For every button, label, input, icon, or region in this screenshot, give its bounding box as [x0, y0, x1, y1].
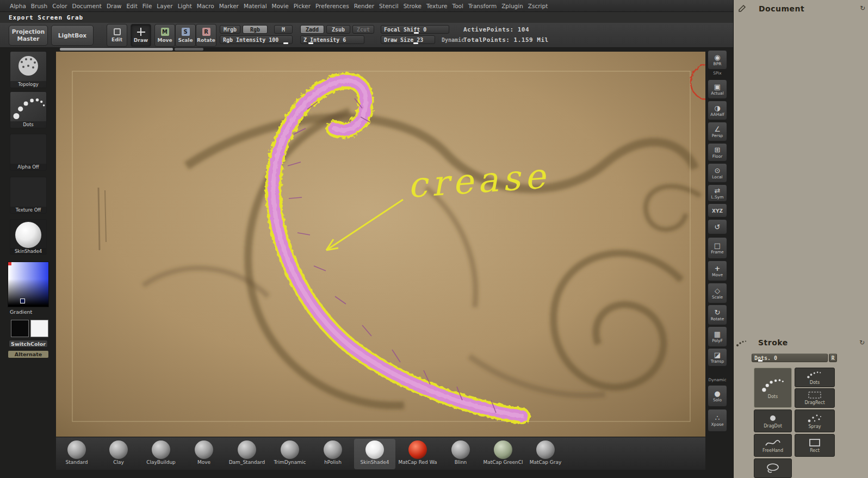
- stroke-type-rect[interactable]: Rect: [795, 434, 835, 457]
- zcut-button[interactable]: Zcut: [352, 25, 374, 34]
- xpose-button[interactable]: ∴ Xpose: [708, 409, 727, 432]
- xyz-button[interactable]: XYZ: [708, 203, 727, 218]
- material-matcap-green[interactable]: MatCap GreenCl: [482, 439, 524, 469]
- bpr-button[interactable]: ◉ BPR: [708, 50, 727, 70]
- stroke-panel-title[interactable]: Stroke: [758, 338, 788, 347]
- transp-button[interactable]: ◪ Transp: [708, 348, 727, 367]
- menu-zscript[interactable]: Zscript: [528, 3, 548, 9]
- lsym-button[interactable]: ⇄ L.Sym: [708, 184, 727, 202]
- material-matcap-gray[interactable]: MatCap Gray: [525, 439, 566, 469]
- main-color-swatch[interactable]: [11, 320, 29, 337]
- menu-stencil[interactable]: Stencil: [379, 3, 399, 9]
- rgb-button[interactable]: Rgb: [243, 25, 268, 34]
- menu-texture[interactable]: Texture: [426, 3, 447, 9]
- material-blinn[interactable]: Blinn: [440, 439, 481, 469]
- draw-size-slider[interactable]: Draw Size 23: [381, 35, 435, 44]
- z-intensity-slider[interactable]: Z Intensity 6: [300, 35, 364, 44]
- rotate-button[interactable]: R Rotate: [196, 24, 216, 47]
- menu-render[interactable]: Render: [354, 3, 374, 9]
- m-button[interactable]: M: [274, 25, 293, 34]
- scale-button[interactable]: S Scale: [175, 24, 196, 47]
- spin-button[interactable]: ↺: [708, 219, 727, 234]
- brush-thumbnail-topology[interactable]: Topology: [10, 51, 47, 88]
- menu-zplugin[interactable]: Zplugin: [501, 3, 523, 9]
- projection-master-button[interactable]: Projection Master: [9, 25, 48, 46]
- brush-clay[interactable]: Clay: [98, 439, 139, 469]
- menu-macro[interactable]: Macro: [197, 3, 214, 9]
- stroke-type-dots[interactable]: Dots: [795, 368, 835, 387]
- menu-edit[interactable]: Edit: [126, 3, 137, 9]
- menu-transform[interactable]: Transform: [468, 3, 497, 9]
- brush-move[interactable]: Move: [183, 439, 225, 469]
- zadd-button[interactable]: Zadd: [300, 25, 324, 34]
- material-matcap-red[interactable]: MatCap Red Wa: [397, 439, 438, 469]
- mrgb-button[interactable]: Mrgb: [220, 25, 240, 34]
- polyframe-button[interactable]: ▦ PolyF: [708, 326, 727, 347]
- menu-preferences[interactable]: Preferences: [315, 3, 349, 9]
- lightbox-button[interactable]: LightBox: [51, 25, 94, 46]
- dynamic-toggle[interactable]: Dynamic: [442, 37, 464, 43]
- brush-claybuildup[interactable]: ClayBuildup: [140, 439, 182, 469]
- persp-button[interactable]: ∠ Persp: [708, 122, 727, 141]
- document-canvas[interactable]: crease: [56, 52, 705, 437]
- frame-button[interactable]: □ Frame: [708, 237, 727, 259]
- edit-button[interactable]: Edit: [107, 24, 127, 47]
- menu-tool[interactable]: Tool: [452, 3, 463, 9]
- stroke-type-dragrect[interactable]: DragRect: [795, 388, 835, 408]
- spix-label[interactable]: SPix: [708, 71, 727, 76]
- gradient-label[interactable]: Gradient: [10, 309, 32, 315]
- document-panel-menu-icon[interactable]: ↻: [860, 5, 865, 11]
- menu-picker[interactable]: Picker: [294, 3, 311, 9]
- brush-dam-standard[interactable]: Dam_Standard: [226, 439, 268, 469]
- stroke-dots-slider[interactable]: Dots. 0: [752, 353, 828, 362]
- document-panel-title[interactable]: Document: [759, 4, 804, 13]
- move-button[interactable]: M Move: [154, 24, 175, 47]
- switch-color-button[interactable]: SwitchColor: [9, 340, 48, 347]
- menu-light[interactable]: Light: [178, 3, 192, 9]
- alpha-selector[interactable]: Alpha Off: [10, 134, 47, 171]
- floor-button[interactable]: ⊞ Floor: [708, 143, 727, 162]
- menu-brush[interactable]: Brush: [31, 3, 47, 9]
- actual-size-button[interactable]: ▣ Actual: [708, 79, 727, 99]
- stroke-type-dragdot[interactable]: DragDot: [754, 409, 792, 432]
- secondary-color-swatch[interactable]: [30, 320, 48, 337]
- rgb-intensity-slider[interactable]: Rgb Intensity 100: [220, 35, 293, 44]
- menu-layer[interactable]: Layer: [157, 3, 172, 9]
- stroke-type-dots-selected[interactable]: Dots: [754, 368, 792, 408]
- draw-button[interactable]: Draw: [131, 24, 151, 47]
- dynamic-strip-label[interactable]: Dynamic: [708, 377, 727, 382]
- brush-trimdynamic[interactable]: TrimDynamic: [269, 439, 311, 469]
- brush-standard[interactable]: Standard: [56, 439, 97, 469]
- canvas-rotate-button[interactable]: ↻ Rotate: [708, 305, 727, 325]
- stroke-type-freehand[interactable]: FreeHand: [754, 434, 792, 457]
- menu-movie[interactable]: Movie: [272, 3, 289, 9]
- stroke-type-lasso[interactable]: [754, 458, 792, 478]
- menu-alpha[interactable]: Alpha: [10, 3, 26, 9]
- menu-document[interactable]: Document: [72, 3, 102, 9]
- alternate-button[interactable]: Alternate: [8, 350, 49, 358]
- menu-color[interactable]: Color: [52, 3, 67, 9]
- canvas-hscrollbar[interactable]: [60, 48, 173, 51]
- menu-marker[interactable]: Marker: [219, 3, 239, 9]
- local-button[interactable]: ⊙ Local: [708, 163, 727, 183]
- canvas-scale-button[interactable]: ◇ Scale: [708, 283, 727, 303]
- texture-selector[interactable]: Texture Off: [10, 177, 47, 214]
- stroke-type-spray[interactable]: Spray: [795, 409, 835, 432]
- color-picker[interactable]: [8, 262, 49, 307]
- menu-stroke[interactable]: Stroke: [404, 3, 421, 9]
- focal-shift-slider[interactable]: Focal Shift 0: [381, 25, 449, 34]
- brush-hpolish[interactable]: hPolish: [312, 439, 354, 469]
- stroke-record-button[interactable]: R: [829, 353, 837, 362]
- menu-material[interactable]: Material: [244, 3, 267, 9]
- stroke-thumbnail-dots[interactable]: Dots: [10, 91, 47, 128]
- canvas-move-button[interactable]: + Move: [708, 260, 727, 281]
- zsub-button[interactable]: Zsub: [326, 25, 350, 34]
- menu-file[interactable]: File: [142, 3, 152, 9]
- material-selector[interactable]: SkinShade4: [10, 219, 47, 255]
- solo-button[interactable]: ● Solo: [708, 385, 727, 407]
- material-skinshade4[interactable]: SkinShade4: [354, 439, 395, 469]
- aahalf-button[interactable]: ◑ AAHalf: [708, 101, 727, 120]
- stroke-panel-menu-icon[interactable]: ↻: [859, 339, 865, 346]
- canvas-hscrollbar-track[interactable]: [175, 48, 203, 51]
- menu-draw[interactable]: Draw: [107, 3, 121, 9]
